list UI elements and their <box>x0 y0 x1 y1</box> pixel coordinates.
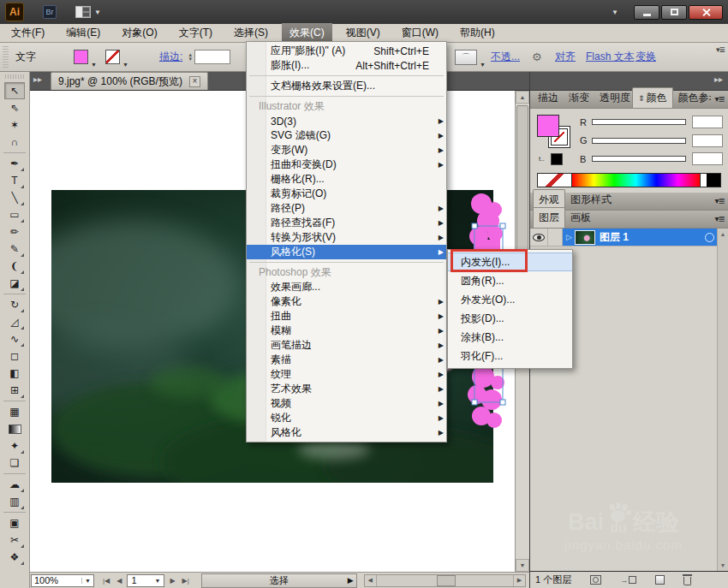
layers-panel-menu-icon[interactable]: ▾≣ <box>715 214 725 223</box>
layers-tab-1[interactable]: 画板 <box>565 208 596 228</box>
slice-tool[interactable]: ✂ <box>4 532 25 549</box>
mesh-tool[interactable]: ▦ <box>4 403 25 420</box>
effect-menu-item-10[interactable]: 栅格化(R)... <box>247 172 446 187</box>
effect-menu-item-11[interactable]: 裁剪标记(O) <box>247 187 446 201</box>
effect-menu-item-1[interactable]: 膨胀(I)...Alt+Shift+Ctrl+E <box>247 58 446 73</box>
toolbar-drag-handle[interactable] <box>5 74 24 79</box>
default-colors-icon[interactable]: t.. <box>539 155 545 163</box>
selection-tool[interactable]: ↖ <box>4 82 25 99</box>
status-indicator[interactable]: 选择 ▶ <box>201 573 357 588</box>
new-layer-icon[interactable] <box>655 575 665 585</box>
none-color-swatch[interactable] <box>538 174 572 187</box>
maximize-button[interactable] <box>661 5 687 20</box>
symbol-sprayer-tool[interactable]: ☁ <box>4 476 25 493</box>
effect-menu-item-21[interactable]: 模糊▶ <box>247 324 446 338</box>
stylize-submenu-item-5[interactable]: 羽化(F)... <box>448 347 572 365</box>
layers-scroll-down-icon[interactable]: ▼ <box>718 562 728 568</box>
horizontal-scrollbar[interactable]: ◀ ▶ <box>364 574 526 587</box>
magic-wand-tool[interactable]: ✶ <box>4 116 25 134</box>
effect-menu-item-26[interactable]: 视频▶ <box>247 396 446 411</box>
horizontal-scroll-thumb[interactable] <box>437 575 456 586</box>
effect-menu-item-7[interactable]: SVG 滤镜(G)▶ <box>247 128 446 143</box>
paintbrush-tool[interactable]: ✏ <box>4 223 25 241</box>
effect-menu-item-22[interactable]: 画笔描边▶ <box>247 338 446 353</box>
effect-menu-item-3[interactable]: 文档栅格效果设置(E)... <box>247 79 446 93</box>
white-swatch[interactable] <box>700 174 707 187</box>
scroll-left-icon[interactable]: ◀ <box>365 575 377 586</box>
lasso-tool[interactable]: ∩ <box>4 134 25 151</box>
tabstrip-double-right-icon[interactable]: ▸▸ <box>33 74 42 84</box>
gradient-tool[interactable] <box>4 420 25 437</box>
flash-text-link[interactable]: Flash 文本 <box>586 43 635 71</box>
effect-menu-item-12[interactable]: 路径(P)▶ <box>247 201 446 216</box>
workspace-layout-switcher[interactable]: ▼ <box>75 6 101 18</box>
line-segment-tool[interactable]: ╲ <box>4 189 25 206</box>
opacity-link[interactable]: 不透... <box>491 43 520 71</box>
appearance-tab-1[interactable]: 图形样式 <box>565 190 617 210</box>
artboard-tool[interactable]: ▣ <box>4 514 25 532</box>
previous-artboard-button[interactable]: ◀ <box>113 577 125 585</box>
effect-menu-item-19[interactable]: 像素化▶ <box>247 294 446 309</box>
profile-chevron-down-icon[interactable]: ▼ <box>480 62 486 71</box>
stroke-weight-stepper[interactable]: ▲ ▼ <box>188 53 193 62</box>
color-tab-0[interactable]: 描边 <box>533 88 564 108</box>
last-artboard-button[interactable]: ▶| <box>179 577 193 585</box>
effect-menu-item-18[interactable]: 效果画廊... <box>247 280 446 294</box>
effect-menu-item-23[interactable]: 素描▶ <box>247 353 446 367</box>
zoom-level-dropdown[interactable]: 100% ▼ <box>31 574 94 587</box>
bridge-icon[interactable]: Br <box>43 5 57 19</box>
window-menu-caret-icon[interactable]: ▼ <box>612 9 618 16</box>
menubar-item-7[interactable]: 窗口(W) <box>394 23 446 43</box>
pen-tool[interactable]: ✒ <box>4 155 25 172</box>
align-link[interactable]: 对齐 <box>555 43 576 71</box>
eraser-tool[interactable]: ◪ <box>4 275 25 292</box>
stepper-down-icon[interactable]: ▼ <box>188 57 193 62</box>
layers-tab-0[interactable]: 图层 <box>533 207 565 228</box>
rectangle-tool[interactable]: ▭ <box>4 206 25 223</box>
effect-menu-item-25[interactable]: 艺术效果▶ <box>247 382 446 396</box>
close-button[interactable] <box>689 5 723 20</box>
fill-color-swatch[interactable] <box>74 50 88 64</box>
spectrum-ramp[interactable] <box>572 174 700 187</box>
black-swatch[interactable] <box>707 174 720 187</box>
direct-selection-tool[interactable]: ⇖ <box>4 99 25 116</box>
effect-menu-item-27[interactable]: 锐化▶ <box>247 411 446 425</box>
menubar-item-0[interactable]: 文件(F) <box>3 23 52 43</box>
artboard-number-dropdown[interactable]: 1 ▼ <box>127 574 164 587</box>
menubar-item-5[interactable]: 效果(C) <box>282 23 332 43</box>
effect-menu-item-15[interactable]: 风格化(S)▶ <box>247 245 446 259</box>
scroll-right-icon[interactable]: ▶ <box>513 575 525 586</box>
options-panel-menu-icon[interactable]: ▾≣ <box>716 45 725 54</box>
effect-menu-item-13[interactable]: 路径查找器(F)▶ <box>247 216 446 230</box>
color-tab-1[interactable]: 渐变 <box>564 88 594 108</box>
color-spectrum[interactable] <box>537 173 721 187</box>
free-transform-tool[interactable]: ◻ <box>4 347 25 365</box>
stylize-submenu-item-1[interactable]: 圆角(R)... <box>448 271 572 290</box>
effect-menu-item-0[interactable]: 应用"膨胀(I)" (A)Shift+Ctrl+E <box>247 44 446 58</box>
channel-value-field[interactable] <box>692 116 723 128</box>
minimize-button[interactable] <box>634 5 659 20</box>
channel-slider[interactable] <box>592 119 686 125</box>
appearance-panel-menu-icon[interactable]: ▾≣ <box>715 196 725 205</box>
stroke-chevron-down-icon[interactable]: ▼ <box>122 62 128 71</box>
fill-chevron-down-icon[interactable]: ▼ <box>91 62 97 71</box>
menubar-item-4[interactable]: 选择(S) <box>226 23 276 43</box>
document-close-icon[interactable]: × <box>189 76 200 87</box>
layer-visibility-toggle[interactable] <box>530 229 548 246</box>
panel-drag-handle[interactable] <box>3 46 9 68</box>
first-artboard-button[interactable]: |◀ <box>99 577 113 585</box>
layer-name[interactable]: 图层 1 <box>600 230 629 245</box>
stroke-weight-dropdown[interactable] <box>194 50 230 64</box>
transform-link[interactable]: 变换 <box>636 43 656 71</box>
channel-value-field[interactable] <box>692 152 723 165</box>
stroke-profile-icon[interactable]: ⌒ <box>455 50 477 65</box>
document-tab[interactable]: 9.jpg* @ 100% (RGB/预览) × <box>51 72 208 90</box>
rotate-tool[interactable]: ↻ <box>4 296 25 313</box>
menubar-item-3[interactable]: 文字(T) <box>171 23 220 43</box>
effect-menu-item-24[interactable]: 纹理▶ <box>247 367 446 382</box>
channel-slider[interactable] <box>592 156 686 162</box>
layer-target-icon[interactable] <box>705 233 714 242</box>
pencil-tool[interactable]: ✎ <box>4 241 25 258</box>
menubar-item-2[interactable]: 对象(O) <box>114 23 164 43</box>
next-artboard-button[interactable]: ▶ <box>166 577 178 585</box>
